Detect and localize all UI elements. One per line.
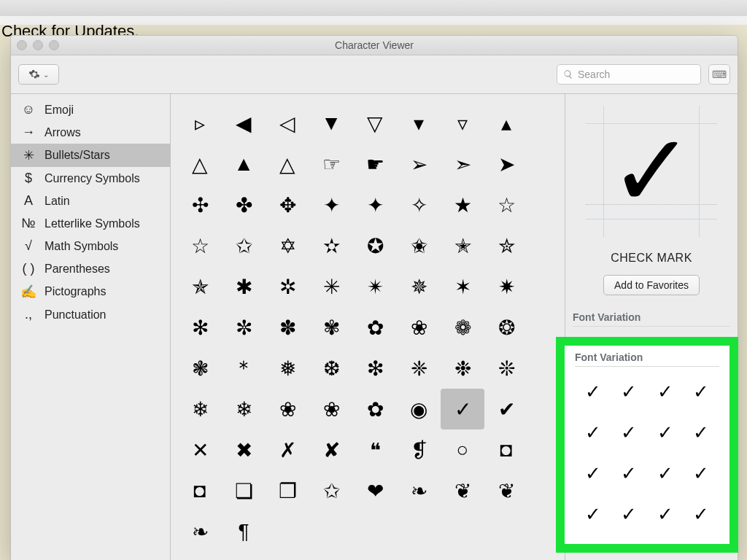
char-cell[interactable]: ✥ [266, 184, 309, 225]
char-cell[interactable]: ✫ [309, 225, 353, 266]
char-cell[interactable]: ◁ [266, 103, 309, 144]
font-variation-cell[interactable]: ✓ [684, 453, 720, 494]
sidebar-item-math-symbols[interactable]: √Math Symbols [11, 235, 170, 257]
char-cell[interactable]: ❂ [484, 307, 528, 348]
font-variation-cell[interactable]: ✓ [647, 371, 684, 412]
char-cell[interactable]: ➤ [484, 144, 528, 184]
char-cell[interactable]: △ [178, 144, 222, 184]
char-cell[interactable]: ❅ [266, 348, 309, 389]
char-cell[interactable]: ▼ [309, 103, 353, 144]
char-cell[interactable]: ✱ [222, 266, 266, 307]
char-cell[interactable]: ✵ [397, 266, 441, 307]
minimize-icon[interactable] [33, 40, 43, 50]
char-cell[interactable]: ❝ [353, 429, 397, 470]
font-variation-cell[interactable]: ✓ [575, 412, 611, 453]
char-cell[interactable]: ▹ [178, 103, 222, 144]
font-variation-cell[interactable]: ✓ [611, 412, 648, 453]
char-cell[interactable]: ✔ [484, 389, 528, 429]
char-cell[interactable]: ❧ [178, 511, 222, 552]
font-variation-cell[interactable]: ✓ [575, 371, 611, 412]
char-cell[interactable]: ✓ [441, 389, 484, 429]
char-cell[interactable]: ✲ [266, 266, 309, 307]
font-variation-cell[interactable]: ✓ [575, 453, 611, 494]
char-cell[interactable]: ★ [441, 184, 484, 225]
char-cell[interactable]: ❡ [397, 429, 441, 470]
char-cell[interactable]: ✤ [222, 184, 266, 225]
sidebar-item-letterlike-symbols[interactable]: №Letterlike Symbols [11, 212, 170, 235]
char-cell[interactable]: ◘ [178, 470, 222, 511]
char-cell[interactable]: ☆ [178, 225, 222, 266]
zoom-icon[interactable] [49, 40, 59, 50]
char-cell[interactable]: ✾ [309, 307, 353, 348]
char-cell[interactable]: ❇ [353, 348, 397, 389]
char-cell[interactable]: ❄ [222, 389, 266, 429]
char-cell[interactable]: ▿ [441, 103, 484, 144]
char-cell[interactable]: ❦ [484, 470, 528, 511]
char-cell[interactable]: ▽ [353, 103, 397, 144]
char-cell[interactable]: ✶ [441, 266, 484, 307]
char-cell[interactable]: ➣ [441, 144, 484, 184]
sidebar-item-latin[interactable]: ALatin [11, 190, 170, 212]
char-cell[interactable]: ▴ [484, 103, 528, 144]
char-cell[interactable]: ✣ [178, 184, 222, 225]
sidebar-item-arrows[interactable]: →Arrows [11, 121, 170, 144]
sidebar-item-currency-symbols[interactable]: $Currency Symbols [11, 167, 170, 190]
char-cell[interactable]: ✡ [266, 225, 309, 266]
char-cell[interactable]: ❆ [309, 348, 353, 389]
char-cell[interactable]: ✧ [397, 184, 441, 225]
char-cell[interactable]: ☆ [484, 184, 528, 225]
sidebar-item-pictographs[interactable]: ✍Pictographs [11, 280, 170, 303]
char-cell[interactable]: ✦ [309, 184, 353, 225]
char-cell[interactable]: ✩ [309, 470, 353, 511]
char-cell[interactable]: ✮ [484, 225, 528, 266]
char-cell[interactable]: ✳ [309, 266, 353, 307]
font-variation-cell[interactable]: ✓ [684, 494, 720, 534]
char-cell[interactable]: ☛ [353, 144, 397, 184]
char-cell[interactable]: ✗ [266, 429, 309, 470]
char-cell[interactable]: ✷ [484, 266, 528, 307]
char-cell[interactable]: ❧ [397, 470, 441, 511]
actions-menu-button[interactable]: ⌄ [18, 64, 59, 85]
char-cell[interactable]: ❀ [397, 307, 441, 348]
char-cell[interactable]: ◘ [484, 429, 528, 470]
char-cell[interactable]: ¶ [222, 511, 266, 552]
font-variation-cell[interactable]: ✓ [611, 494, 648, 534]
char-cell[interactable]: ✿ [353, 307, 397, 348]
close-icon[interactable] [17, 40, 27, 50]
char-cell[interactable]: ✼ [222, 307, 266, 348]
char-cell[interactable]: ＊ [222, 348, 266, 389]
font-variation-cell[interactable]: ✓ [575, 494, 611, 534]
char-cell[interactable]: ❊ [484, 348, 528, 389]
char-cell[interactable]: ✘ [309, 429, 353, 470]
char-cell[interactable]: ○ [441, 429, 484, 470]
char-cell[interactable]: ✪ [353, 225, 397, 266]
char-cell[interactable]: ❀ [266, 389, 309, 429]
sidebar-item-bullets-stars[interactable]: ✳Bullets/Stars [11, 144, 170, 167]
char-cell[interactable]: ❐ [266, 470, 309, 511]
font-variation-cell[interactable]: ✓ [647, 453, 684, 494]
char-cell[interactable]: ✿ [353, 389, 397, 429]
add-to-favorites-button[interactable]: Add to Favorites [603, 275, 700, 295]
char-cell[interactable]: ▲ [222, 144, 266, 184]
char-cell[interactable]: △ [266, 144, 309, 184]
font-variation-cell[interactable]: ✓ [647, 412, 684, 453]
font-variation-cell[interactable]: ✓ [684, 412, 720, 453]
font-variation-cell[interactable]: ✓ [647, 494, 684, 534]
font-variation-cell[interactable]: ✓ [684, 371, 720, 412]
font-variation-cell[interactable]: ✓ [611, 453, 648, 494]
char-cell[interactable]: ❀ [309, 389, 353, 429]
char-cell[interactable]: ❁ [441, 307, 484, 348]
char-cell[interactable]: ▾ [397, 103, 441, 144]
char-cell[interactable]: ❈ [397, 348, 441, 389]
char-cell[interactable]: ✽ [266, 307, 309, 348]
char-cell[interactable]: ❄ [178, 389, 222, 429]
char-cell[interactable]: ✬ [397, 225, 441, 266]
char-cell[interactable]: ☞ [309, 144, 353, 184]
char-cell[interactable]: ❤ [353, 470, 397, 511]
char-cell[interactable]: ❉ [441, 348, 484, 389]
sidebar-item-parentheses[interactable]: ( )Parentheses [11, 257, 170, 280]
char-cell[interactable]: ◉ [397, 389, 441, 429]
char-cell[interactable]: ✕ [178, 429, 222, 470]
char-cell[interactable]: ◀ [222, 103, 266, 144]
char-cell[interactable]: ✭ [441, 225, 484, 266]
